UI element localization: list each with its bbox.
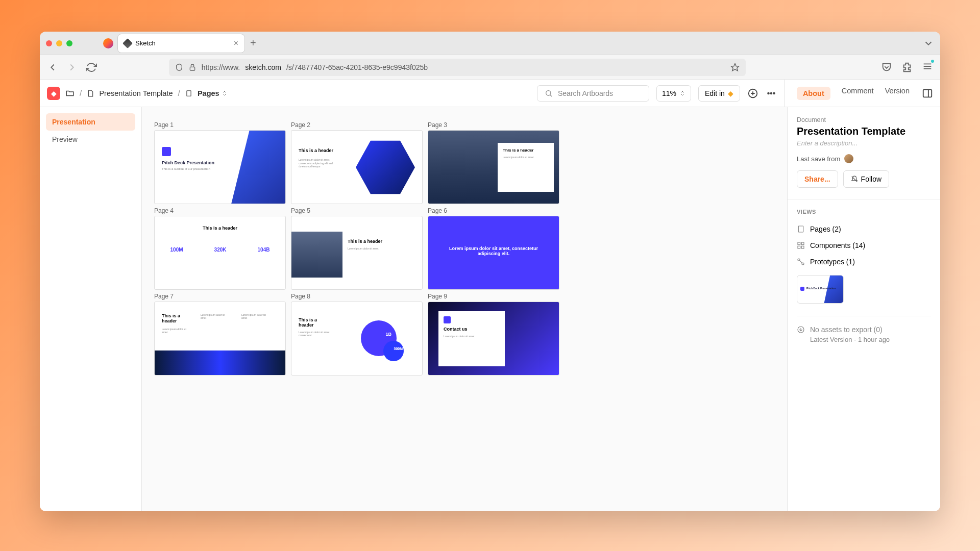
url-domain: sketch.com [245, 63, 281, 71]
view-components[interactable]: Components (14) [797, 237, 931, 254]
svg-line-7 [550, 94, 552, 96]
artboard-cell: Page 2This is a headerLorem ipsum dolor … [291, 121, 423, 204]
sketch-workspace-icon[interactable]: ◆ [47, 87, 60, 100]
edit-in-button[interactable]: Edit in ◆ [698, 85, 740, 102]
svg-rect-17 [798, 226, 803, 232]
svg-marker-1 [731, 63, 739, 70]
sidebar-item-preview[interactable]: Preview [46, 131, 135, 148]
view-pages[interactable]: Pages (2) [797, 221, 931, 237]
shield-icon [175, 63, 183, 71]
app-toolbar: ◆ / Presentation Template / Pages Search… [40, 80, 940, 107]
artboard-label: Page 1 [154, 121, 286, 129]
artboard[interactable]: This is a headerLorem ipsum dolor sit am… [154, 302, 286, 375]
artboard-label: Page 8 [291, 293, 423, 300]
inspector-panel: Document Presentation Template Enter a d… [787, 107, 940, 511]
save-to-pocket-icon[interactable] [881, 62, 892, 73]
artboard-cell: Page 9Contact usLorem ipsum dolor sit am… [428, 293, 559, 375]
artboard[interactable]: This is a headerLorem ipsum dolor sit am… [291, 302, 423, 375]
firefox-icon [103, 38, 113, 48]
svg-line-24 [799, 260, 802, 263]
document-icon [87, 90, 94, 97]
version-status: Latest Version - 1 hour ago [797, 336, 931, 343]
artboard-label: Page 9 [428, 293, 559, 300]
artboard-label: Page 4 [154, 207, 286, 214]
app-body: Presentation Preview Page 1Pitch Deck Pr… [40, 107, 940, 511]
svg-point-12 [771, 92, 772, 94]
svg-rect-14 [923, 89, 932, 97]
bell-off-icon [851, 176, 858, 183]
svg-point-6 [546, 90, 551, 95]
breadcrumb-sep: / [178, 89, 180, 98]
inspector-footer: No assets to export (0) Latest Version -… [797, 316, 931, 343]
artboard[interactable]: Lorem ipsum dolor sit amet, consectetur … [428, 216, 559, 290]
artboard[interactable]: Contact usLorem ipsum dolor sit amet [428, 302, 559, 375]
view-prototypes[interactable]: Prototypes (1) [797, 254, 931, 270]
artboard[interactable]: This is a header100M320K104B [154, 216, 286, 290]
lock-icon [188, 63, 197, 71]
artboard-label: Page 3 [428, 121, 559, 129]
pages-icon [797, 225, 805, 233]
svg-rect-5 [187, 90, 191, 96]
search-icon [545, 89, 553, 97]
back-button[interactable] [47, 62, 58, 73]
svg-point-11 [768, 92, 769, 94]
follow-button[interactable]: Follow [843, 170, 889, 188]
close-window[interactable] [46, 40, 52, 46]
maximize-window[interactable] [66, 40, 72, 46]
traffic-lights [46, 40, 72, 46]
bookmark-star-icon[interactable] [730, 63, 740, 72]
artboard[interactable]: Pitch Deck PresentationThis is a subtitl… [154, 130, 286, 204]
search-input[interactable]: Search Artboards [537, 85, 649, 102]
artboard-cell: Page 6Lorem ipsum dolor sit amet, consec… [428, 207, 559, 290]
folder-icon[interactable] [65, 89, 75, 98]
tab-comment[interactable]: Comment [842, 87, 874, 100]
edit-in-label: Edit in [705, 89, 725, 97]
views-header: VIEWS [797, 209, 931, 215]
zoom-control[interactable]: 11% [656, 85, 691, 102]
more-menu-icon[interactable] [766, 88, 777, 99]
browser-right-icons [881, 61, 933, 74]
toggle-panel-icon[interactable] [922, 88, 933, 99]
document-label: Document [797, 116, 931, 123]
url-input[interactable]: https://www.sketch.com/s/74877407-65ac-4… [169, 59, 746, 76]
breadcrumb-pages[interactable]: Pages [198, 89, 228, 97]
breadcrumb-sep: / [80, 89, 82, 98]
breadcrumb-document[interactable]: Presentation Template [99, 89, 173, 97]
chevron-updown-icon [679, 90, 685, 96]
share-button[interactable]: Share... [797, 170, 838, 188]
url-path: /s/74877407-65ac-4201-8635-e9c9943f025b [286, 63, 428, 71]
prototype-thumbnail[interactable]: Pitch Deck Presentation [797, 275, 844, 304]
prototypes-icon [797, 258, 805, 266]
document-title: Presentation Template [797, 126, 931, 137]
components-icon [797, 241, 805, 249]
browser-tab[interactable]: Sketch × [117, 34, 245, 53]
artboard[interactable]: This is a headerLorem ipsum dolor sit am… [291, 216, 423, 290]
tab-about[interactable]: About [797, 87, 830, 100]
divider [784, 80, 785, 107]
close-tab-icon[interactable]: × [234, 39, 238, 48]
artboard-cell: Page 3This is a headerLorem ipsum dolor … [428, 121, 559, 204]
sidebar-item-presentation[interactable]: Presentation [46, 113, 135, 131]
reload-button[interactable] [86, 62, 97, 73]
forward-button[interactable] [66, 62, 78, 73]
last-save-info: Last save from [797, 154, 931, 163]
add-comment-icon[interactable] [747, 88, 758, 99]
tab-version[interactable]: Version [885, 87, 910, 100]
tabs-dropdown-icon[interactable] [923, 38, 934, 49]
artboard[interactable]: This is a headerLorem ipsum dolor sit am… [291, 130, 423, 204]
avatar[interactable] [844, 154, 853, 163]
svg-point-13 [773, 92, 775, 94]
search-placeholder: Search Artboards [558, 89, 613, 97]
sidebar: Presentation Preview [40, 107, 142, 511]
description-input[interactable]: Enter a description... [797, 139, 931, 147]
extensions-icon[interactable] [901, 62, 913, 73]
canvas[interactable]: Page 1Pitch Deck PresentationThis is a s… [142, 107, 787, 511]
artboard[interactable]: This is a headerLorem ipsum dolor sit am… [428, 130, 559, 204]
minimize-window[interactable] [56, 40, 62, 46]
menu-icon[interactable] [922, 61, 933, 72]
artboard-cell: Page 1Pitch Deck PresentationThis is a s… [154, 121, 286, 204]
pages-icon [185, 90, 192, 97]
artboard-label: Page 5 [291, 207, 423, 214]
zoom-value: 11% [662, 89, 676, 97]
new-tab-button[interactable]: + [250, 37, 256, 49]
